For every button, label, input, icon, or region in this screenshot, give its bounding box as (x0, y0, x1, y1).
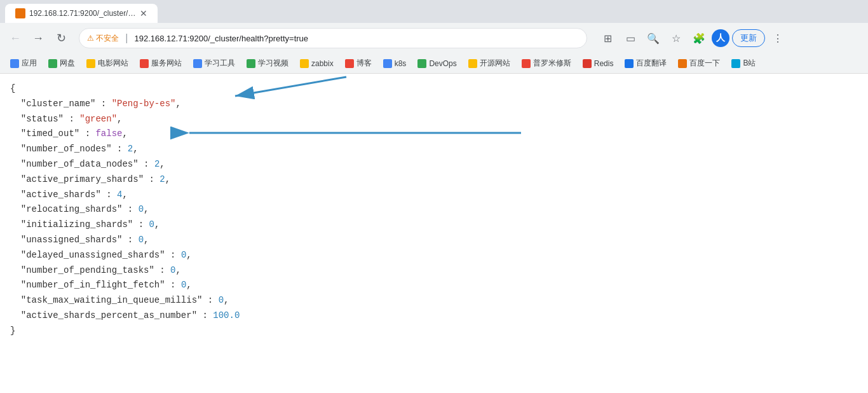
json-unassigned-shards: "unassigned_shards" : 0, (10, 233, 858, 248)
bookmark-icon (345, 59, 354, 68)
tab-title: 192.168.12.71:9200/_cluster/health?prett… (29, 9, 136, 18)
bookmark-icon (678, 59, 687, 68)
json-number-of-in-flight-fetch: "number_of_in_flight_fetch" : 0, (10, 278, 858, 293)
bookmark-video[interactable]: 学习视频 (241, 57, 294, 70)
bookmark-icon (86, 59, 95, 68)
bookmark-label: 应用 (22, 58, 37, 69)
bookmark-devops[interactable]: DevOps (412, 58, 461, 69)
json-timed-out: "timed_out" : false, (10, 127, 858, 142)
tab-close-button[interactable]: ✕ (140, 8, 147, 18)
bookmark-k8s[interactable]: k8s (378, 58, 412, 69)
url-text: 192.168.12.71:9200/_cluster/health?prett… (135, 34, 580, 43)
json-cluster-name: "cluster_name" : "Peng-by-es", (10, 97, 858, 112)
bookmark-icon (625, 59, 634, 68)
browser-tab[interactable]: 192.168.12.71:9200/_cluster/health?prett… (5, 4, 158, 23)
bookmark-tools[interactable]: 学习工具 (188, 57, 240, 70)
tab-favicon (15, 8, 25, 18)
bookmark-label: k8s (395, 59, 407, 68)
bookmark-bilibili[interactable]: B站 (726, 57, 761, 70)
bookmark-icon (731, 59, 740, 68)
bookmark-redis[interactable]: Redis (578, 58, 619, 69)
json-close-brace: } (10, 324, 858, 339)
refresh-button[interactable]: ↻ (51, 28, 71, 48)
bookmarks-bar: 应用 网盘 电影网站 服务网站 学习工具 学习视频 zabbix 博客 (0, 53, 868, 74)
bookmark-wangpan[interactable]: 网盘 (43, 57, 80, 70)
security-warning: ⚠ 不安全 (87, 33, 119, 44)
bookmark-icon (468, 59, 477, 68)
bookmark-prometheus[interactable]: 普罗米修斯 (517, 57, 576, 70)
bookmark-icon (417, 59, 426, 68)
browser-frame: 192.168.12.71:9200/_cluster/health?prett… (0, 0, 868, 393)
json-number-of-data-nodes: "number_of_data_nodes" : 2, (10, 157, 858, 172)
json-status: "status" : "green", (10, 112, 858, 127)
bookmark-icon (140, 59, 149, 68)
json-delayed-unassigned-shards: "delayed_unassigned_shards" : 0, (10, 248, 858, 263)
bookmark-label: DevOps (429, 59, 456, 68)
screenshot-button[interactable]: ⊞ (597, 28, 618, 48)
tab-bar: 192.168.12.71:9200/_cluster/health?prett… (0, 0, 868, 23)
json-output: { "cluster_name" : "Peng-by-es", "status… (10, 81, 858, 339)
bookmark-label: 开源网站 (480, 58, 510, 69)
bookmark-icon (48, 59, 57, 68)
json-relocating-shards: "relocating_shards" : 0, (10, 202, 858, 217)
address-bar[interactable]: ⚠ 不安全 | 192.168.12.71:9200/_cluster/heal… (79, 28, 587, 48)
bookmark-apps[interactable]: 应用 (5, 57, 42, 70)
bookmark-blog[interactable]: 博客 (340, 57, 377, 70)
json-task-max-waiting: "task_max_waiting_in_queue_millis" : 0, (10, 293, 858, 308)
bookmark-label: 网盘 (60, 58, 75, 69)
forward-button[interactable]: → (28, 28, 48, 48)
separator: | (125, 32, 128, 44)
bookmark-baidu-translate[interactable]: 百度翻译 (620, 57, 672, 70)
json-active-primary-shards: "active_primary_shards" : 2, (10, 172, 858, 188)
bookmark-label: 学习视频 (258, 58, 288, 69)
bookmark-icon (383, 59, 392, 68)
bookmark-icon (300, 59, 309, 68)
json-initializing-shards: "initializing_shards" : 0, (10, 217, 858, 233)
menu-button[interactable]: ⋮ (768, 28, 788, 48)
bookmark-label: 博客 (356, 58, 372, 69)
back-button[interactable]: ← (5, 28, 25, 48)
bookmark-label: 普罗米修斯 (533, 58, 571, 69)
json-active-shards-percent: "active_shards_percent_as_number" : 100.… (10, 308, 858, 324)
bookmark-label: 学习工具 (205, 58, 235, 69)
bookmark-opensource[interactable]: 开源网站 (463, 57, 515, 70)
bookmark-label: 百度翻译 (636, 58, 667, 69)
bookmark-label: zabbix (311, 59, 334, 68)
page-content: { "cluster_name" : "Peng-by-es", "status… (0, 74, 868, 393)
address-bar-row: ← → ↻ ⚠ 不安全 | 192.168.12.71:9200/_cluste… (0, 23, 868, 53)
search-button[interactable]: 🔍 (643, 28, 663, 48)
bookmark-icon (247, 59, 255, 68)
bookmark-label: Redis (594, 59, 614, 68)
bookmark-label: 百度一下 (689, 58, 720, 69)
json-number-of-nodes: "number_of_nodes" : 2, (10, 142, 858, 157)
bookmark-icon (10, 59, 19, 68)
user-avatar[interactable]: 人 (712, 29, 729, 47)
bookmark-label: 服务网站 (151, 58, 182, 69)
bookmark-icon (583, 59, 592, 68)
update-button[interactable]: 更新 (732, 29, 765, 47)
toolbar-icons: ⊞ ▭ 🔍 ☆ 🧩 人 更新 ⋮ (597, 28, 788, 48)
extensions-button[interactable]: 🧩 (689, 28, 709, 48)
bookmark-baidu[interactable]: 百度一下 (673, 57, 725, 70)
json-number-of-pending-tasks: "number_of_pending_tasks" : 0, (10, 263, 858, 279)
json-active-shards: "active_shards" : 4, (10, 188, 858, 203)
bookmark-label: B站 (743, 58, 756, 69)
bookmark-icon (522, 59, 531, 68)
bookmark-movie[interactable]: 电影网站 (81, 57, 133, 70)
star-button[interactable]: ☆ (666, 28, 686, 48)
bookmark-service[interactable]: 服务网站 (135, 57, 187, 70)
bookmark-zabbix[interactable]: zabbix (295, 58, 339, 69)
bookmark-icon (193, 59, 202, 68)
cast-button[interactable]: ▭ (620, 28, 641, 48)
json-open-brace: { (10, 81, 858, 97)
bookmark-label: 电影网站 (98, 58, 128, 69)
